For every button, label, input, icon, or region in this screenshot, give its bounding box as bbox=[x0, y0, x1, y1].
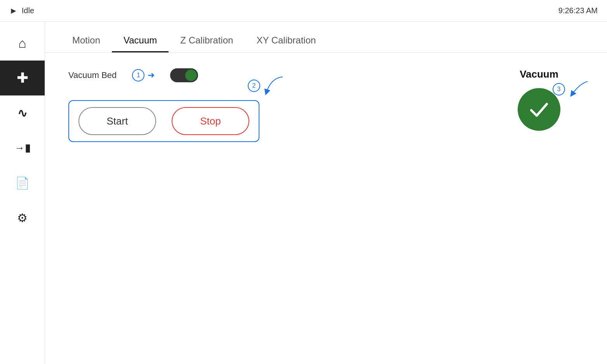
checkmark-icon bbox=[527, 98, 551, 121]
arrow-3-icon bbox=[568, 80, 591, 99]
sidebar: ⌂ ✚ ∿ →▮ 📄 ⚙ bbox=[0, 22, 45, 364]
sidebar-item-file[interactable]: 📄 bbox=[0, 165, 45, 200]
move-icon: ✚ bbox=[17, 70, 28, 86]
tab-vacuum[interactable]: Vacuum bbox=[112, 35, 169, 52]
main-layout: ⌂ ✚ ∿ →▮ 📄 ⚙ Motion Vacuum Z Calib bbox=[0, 22, 607, 364]
arrow-2-icon bbox=[263, 76, 287, 95]
sidebar-item-move[interactable]: ✚ bbox=[0, 61, 45, 95]
sidebar-item-settings[interactable]: ⚙ bbox=[0, 200, 45, 235]
main-content: Vacuum Bed 1 ➜ bbox=[45, 53, 607, 364]
home-icon: ⌂ bbox=[18, 36, 26, 51]
button-group-container: 2 Start Stop bbox=[68, 96, 259, 142]
settings-icon: ⚙ bbox=[17, 211, 28, 225]
annotation-3: 3 bbox=[553, 83, 565, 95]
file-icon: 📄 bbox=[15, 176, 30, 190]
annotation-2: 2 bbox=[248, 80, 260, 92]
tab-bar: Motion Vacuum Z Calibration XY Calibrati… bbox=[45, 22, 607, 53]
arrow-1-icon: ➜ bbox=[148, 70, 155, 80]
arrow-icon: ► bbox=[9, 6, 18, 16]
vacuum-bed-label: Vacuum Bed bbox=[68, 70, 117, 80]
start-button[interactable]: Start bbox=[78, 107, 156, 135]
sidebar-item-chart[interactable]: ∿ bbox=[0, 95, 45, 130]
vacuum-status-panel: Vacuum 3 bbox=[518, 68, 560, 131]
annotation-3-container: 3 bbox=[553, 80, 591, 99]
vacuum-toggle[interactable] bbox=[170, 68, 198, 82]
vacuum-status-title: Vacuum bbox=[520, 68, 558, 80]
content-area: Motion Vacuum Z Calibration XY Calibrati… bbox=[45, 22, 607, 364]
annotation-1-wrapper: 1 ➜ bbox=[132, 69, 155, 81]
checkmark-container: 3 bbox=[518, 88, 560, 131]
tab-motion[interactable]: Motion bbox=[61, 35, 112, 52]
annotation-1: 1 bbox=[132, 69, 144, 81]
clock: 9:26:23 AM bbox=[558, 6, 598, 15]
annotation-2-container: 2 bbox=[248, 76, 287, 95]
tab-z-calibration[interactable]: Z Calibration bbox=[169, 35, 245, 52]
tab-stop-icon: →▮ bbox=[15, 142, 30, 154]
button-group-box: Start Stop bbox=[68, 100, 259, 142]
chart-icon: ∿ bbox=[17, 106, 27, 120]
vacuum-bed-row: Vacuum Bed 1 ➜ bbox=[68, 68, 584, 82]
top-bar-left: ► Idle bbox=[9, 6, 34, 16]
sidebar-item-tab-stop[interactable]: →▮ bbox=[0, 130, 45, 165]
status-label: Idle bbox=[22, 6, 34, 15]
sidebar-item-home[interactable]: ⌂ bbox=[0, 26, 45, 61]
top-bar: ► Idle 9:26:23 AM bbox=[0, 0, 607, 22]
tab-xy-calibration[interactable]: XY Calibration bbox=[245, 35, 327, 52]
stop-button[interactable]: Stop bbox=[172, 107, 249, 135]
